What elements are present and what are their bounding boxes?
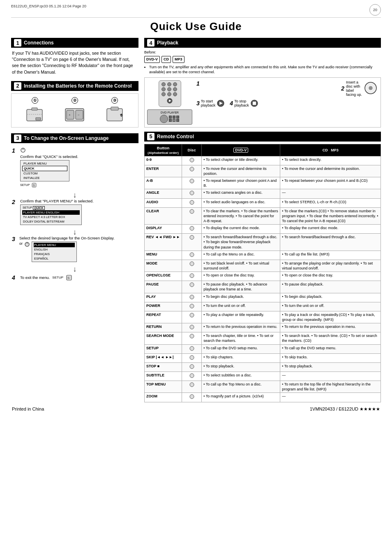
btn-label: SUBTITLE — [145, 372, 182, 381]
battery-step2-icon: + − — [63, 105, 86, 124]
btn-label: CLEAR — [145, 207, 182, 224]
footer-left: Printed in China — [12, 406, 44, 412]
disc-type-icons: Before: — [144, 50, 381, 54]
cd-desc: — — [280, 393, 381, 402]
disc-icon — [364, 81, 378, 95]
step1-confirm: Confirm that "QUICK" is selected. — [20, 154, 138, 159]
svg-point-22 — [370, 88, 371, 89]
btn-label: REV ◄◄ FWD ►► — [145, 234, 182, 251]
step3-english: ENGLISH — [34, 247, 75, 252]
btn-label: 0-9 — [145, 156, 182, 165]
section-remote: 5 Remote Control Button(Alphabetical ord… — [144, 132, 381, 402]
svg-point-27 — [190, 158, 194, 162]
btn-icon — [182, 311, 202, 323]
power-icon-step1 — [20, 147, 26, 153]
btn-label: MODE — [145, 260, 182, 272]
btn-icon — [182, 251, 202, 260]
battery-step3-icon — [104, 105, 126, 124]
svg-point-41 — [190, 313, 194, 317]
dvd-desc: • To search chapter, title or time. • To… — [202, 332, 280, 344]
cd-desc: — — [280, 372, 381, 381]
btn-icon — [182, 234, 202, 251]
cd-desc: • To skip tracks. — [280, 353, 381, 362]
arrow-1: ↓ — [12, 191, 138, 199]
btn-icon — [182, 198, 202, 207]
battery-step1: ① — [23, 97, 46, 124]
section1-text: If your TV has AUDIO/VIDEO input jacks, … — [11, 50, 138, 75]
section3-header: 3 To Change the On-Screen Language — [11, 133, 138, 143]
section4-num: 4 — [147, 39, 154, 46]
table-row: MENU• To call up the Menu on a disc.• To… — [145, 251, 381, 260]
table-row: PLAY• To begin disc playback.• To begin … — [145, 293, 381, 302]
cd-desc: • To clear the markers.(CD) • To remove … — [280, 207, 381, 224]
btn-label: POWER — [145, 302, 182, 311]
table-row: REPEAT• To play a chapter or title repea… — [145, 311, 381, 323]
step4-setup-label: SETUP — [52, 276, 63, 279]
remote-table: Button(Alphabetical order) Disc DVD-V CD… — [144, 144, 381, 402]
cd-desc: • To return to the top file of the highe… — [280, 381, 381, 393]
cd-desc: — — [280, 189, 381, 198]
btn-label: DISPLAY — [145, 225, 182, 234]
col-button: Button(Alphabetical order) — [145, 144, 182, 156]
mp3-badge: MP3 — [173, 56, 184, 63]
btn-label: REPEAT — [145, 311, 182, 323]
table-row: 0-9• To select chapter or title directly… — [145, 156, 381, 165]
lang-step3: 3 Select the desired language for the On… — [12, 236, 138, 262]
svg-point-43 — [190, 334, 194, 338]
battery-step3: ③ — [104, 97, 126, 124]
table-row: CLEAR• To clear the markers. • To clear … — [145, 207, 381, 224]
section-playback: 4 Playback Before: DVD-V CD MP3 — [144, 38, 381, 128]
cd-desc: • To search track. • To search time. (CD… — [280, 332, 381, 344]
dvd-desc: • To repeat between your chosen point A … — [202, 177, 280, 189]
btn-label: OPEN/CLOSE — [145, 272, 182, 281]
svg-point-15 — [27, 243, 28, 244]
svg-point-33 — [190, 226, 194, 230]
col-dvdv: DVD-V — [202, 144, 280, 156]
svg-rect-9 — [111, 107, 118, 110]
section5-num: 5 — [147, 133, 154, 140]
cd-desc: • To select STEREO, L-ch or R-ch.(CD) — [280, 198, 381, 207]
step3-num: 3 — [12, 236, 18, 242]
svg-point-31 — [190, 200, 194, 204]
btn-icon — [182, 393, 202, 402]
play-button-icon — [217, 99, 225, 107]
dvd-desc: • To call up the Menu on a disc. — [202, 251, 280, 260]
svg-point-42 — [190, 325, 194, 329]
step1-num: 1 — [12, 147, 18, 154]
step3-espanol: ESPAÑOL — [34, 256, 75, 261]
play-steps-row2: 3 To startplayback 4 To stopplayback — [196, 99, 378, 107]
btn-icon — [182, 189, 202, 198]
table-row: SKIP |◄◄ ►►|• To skip chapters.• To skip… — [145, 353, 381, 362]
btn-icon — [182, 353, 202, 362]
cd-desc: • To search forward/backward through a d… — [280, 234, 381, 251]
section4-label: Playback — [157, 40, 178, 46]
cd-desc: • To repeat between your chosen point A … — [280, 177, 381, 189]
btn-label: STOP ■ — [145, 362, 182, 372]
table-row: STOP ■• To stop playback.• To stop playb… — [145, 362, 381, 372]
step3-text: Select the desired language for the On-S… — [19, 236, 138, 240]
stop-button-icon — [250, 99, 258, 107]
step3-francais: FRANÇAIS — [34, 252, 75, 256]
table-row: ZOOM• To magnify part of a picture. (x2/… — [145, 393, 381, 402]
dvd-desc: • To stop playback. — [202, 362, 280, 372]
play-step2-text: Insert adisc withlabelfacing up. — [346, 80, 362, 97]
svg-point-47 — [190, 374, 194, 378]
setup-icon-1: S — [31, 182, 37, 188]
section1-header: 1 Connections — [11, 38, 138, 48]
svg-point-34 — [190, 235, 194, 239]
section4-header: 4 Playback — [144, 38, 381, 48]
dvd-desc: • To call up the Top Menu on a disc. — [202, 381, 280, 393]
section1-label: Connections — [24, 40, 54, 46]
table-row: OPEN/CLOSE• To open or close the disc tr… — [145, 272, 381, 281]
arrow-3: ↓ — [12, 265, 138, 273]
btn-icon — [182, 381, 202, 393]
step2-menu-row: SETUP QUICK — [22, 206, 80, 210]
knob-icon — [24, 241, 30, 247]
btn-icon — [182, 281, 202, 293]
section3-label: To Change the On-Screen Language — [24, 135, 108, 141]
table-row: PAUSE• To pause disc playback. • To adva… — [145, 281, 381, 293]
section2-num: 2 — [14, 82, 21, 90]
btn-label: RETURN — [145, 323, 182, 332]
btn-icon — [182, 207, 202, 224]
btn-label: PLAY — [145, 293, 182, 302]
